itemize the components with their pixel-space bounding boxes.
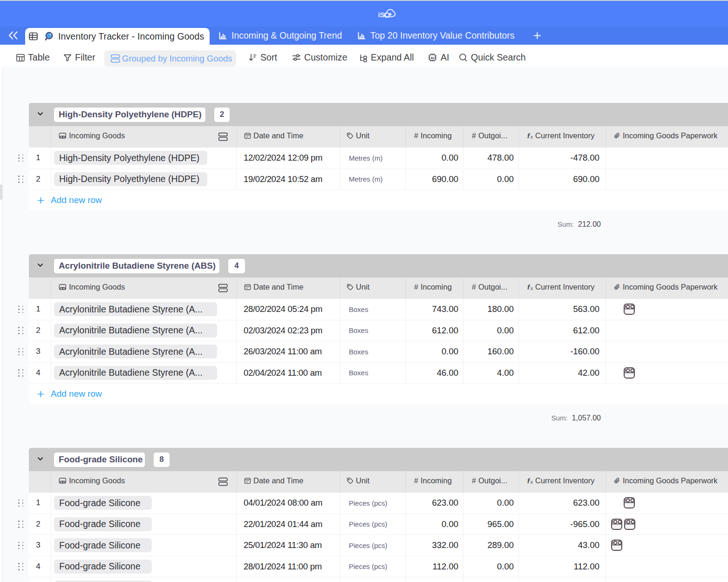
svg-text:AI: AI bbox=[431, 56, 435, 60]
